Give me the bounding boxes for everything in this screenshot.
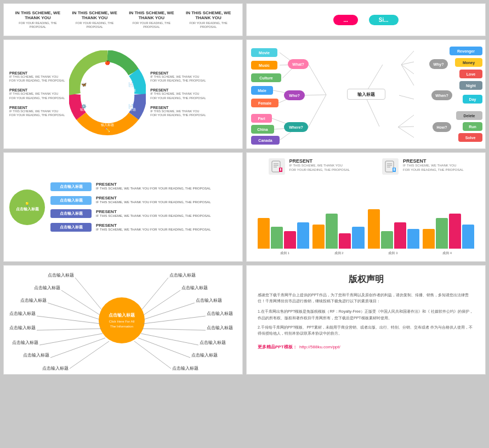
slide-2: ... Si... (246, 3, 486, 36)
slide-5: 💡点击输入标题 点击输入标题 PRESENT IF THIS SCHEME, W… (3, 152, 243, 262)
radial-svg: 点击输入标题 Click Here For All The Informatio… (4, 266, 242, 374)
copyright-title: 版权声明 (258, 274, 474, 285)
bar-3-4 (407, 229, 419, 249)
mm-when: When? (431, 90, 452, 100)
slide6-header: PRESENT IF THIS SCHEME, WE THANK YOUFOR … (252, 158, 480, 175)
slide-1-content: IN THIS SCHEME, WE THANK YOU FOR YOUR RE… (4, 4, 242, 36)
mm-china: China (251, 125, 274, 134)
svg-line-30 (401, 65, 414, 85)
green-circle: 💡点击输入标题 (9, 189, 45, 225)
present-text-1: PRESENT IF THIS SCHEME, WE THANK YOUFOR … (289, 158, 350, 173)
slide-8: 版权声明 感谢您下载千库网平台上提供的PPT作品，为了您和千库网以及原创作者的利… (246, 265, 486, 375)
list-pill-4: 点击输入标题 (50, 223, 92, 232)
label-present-6: PRESENT IF THIS SCHEME, WE THANK YOUFOR … (150, 106, 206, 117)
svg-text:点击输入标题: 点击输入标题 (200, 340, 226, 345)
svg-text:点击输入标题: 点击输入标题 (9, 311, 36, 316)
svg-text:点击输入标题: 点击输入标题 (207, 325, 233, 330)
list-row-3: 点击输入标题 PRESENT IF THIS SCHEME, WE THANK … (50, 209, 237, 219)
slide-2-content: ... Si... (247, 4, 485, 36)
list-pill-1: 点击输入标题 (50, 182, 92, 191)
svg-text:点击输入标题: 点击输入标题 (12, 340, 38, 345)
svg-line-23 (308, 95, 326, 128)
svg-text:点击输入标题: 点击输入标题 (20, 298, 47, 303)
present-block-2: PRESENT IF THIS SCHEME, WE THANK YOUFOR … (382, 158, 463, 175)
list-row-1: 点击输入标题 PRESENT IF THIS SCHEME, WE THANK … (50, 182, 237, 191)
list-pill-3: 点击输入标题 (50, 209, 92, 218)
bar-label-3: 成例 3 (366, 251, 420, 256)
mm-female: Female (251, 99, 278, 107)
copyright-item-2: 2.千传给千库网的PPT模板、PPT素材，未能用于商业营销、或者出版、出行、特别… (258, 324, 474, 336)
thank-title-1: IN THIS SCHEME, WE THANK YOU (13, 10, 62, 20)
svg-text:📄: 📄 (128, 82, 134, 87)
slide-7: 点击输入标题 Click Here For All The Informatio… (3, 265, 243, 375)
thank-block-2: IN THIS SCHEME, WE THANK YOU FOR YOUR RE… (70, 10, 120, 29)
svg-line-27 (401, 51, 414, 65)
slide-6-content: PRESENT IF THIS SCHEME, WE THANK YOUFOR … (247, 153, 485, 261)
thank-block-4: IN THIS SCHEME, WE THANK YOU FOR YOUR RE… (183, 10, 233, 29)
slide-1: IN THIS SCHEME, WE THANK YOU FOR YOUR RE… (3, 3, 243, 36)
svg-text:点击输入标题: 点击输入标题 (181, 285, 208, 290)
bar-1-4 (297, 222, 309, 249)
svg-text:点击输入标题: 点击输入标题 (172, 366, 198, 371)
svg-text:输入标题: 输入标题 (123, 89, 136, 92)
bar-4-2 (436, 218, 448, 249)
mm-night: Night (459, 81, 482, 90)
bar-2-1 (312, 225, 325, 249)
bar-2-3 (339, 233, 351, 249)
list-row-2: 点击输入标题 PRESENT IF THIS SCHEME, WE THANK … (50, 196, 237, 205)
bar-3-2 (381, 231, 393, 249)
mm-music: Music (251, 61, 277, 70)
svg-line-29 (401, 65, 414, 74)
svg-line-60 (70, 341, 109, 369)
thank-title-2: IN THIS SCHEME, WE THANK YOU (70, 10, 120, 20)
bar-1-3 (284, 231, 296, 249)
copyright-item-1: 1.在千库网出售的PPT模板是免版税模板（RF：Royalty-Free）正版受… (258, 308, 474, 320)
svg-text:点击输入标题: 点击输入标题 (169, 273, 196, 278)
slide-8-content: 版权声明 感谢您下载千库网平台上提供的PPT作品，为了您和千库网以及原创作者的利… (247, 266, 485, 374)
thank-block-3: IN THIS SCHEME, WE THANK YOU FOR YOUR RE… (127, 10, 177, 29)
thank-title-4: IN THIS SCHEME, WE THANK YOU (183, 10, 233, 20)
list-row-4: 点击输入标题 PRESENT IF THIS SCHEME, WE THANK … (50, 223, 237, 232)
doc-icon-2 (382, 158, 399, 175)
copyright-intro: 感谢您下载千库网平台上提供的PPT作品，为了您和千库网以及原创作者的利益，请勿复… (258, 292, 474, 304)
doc-icon-1 (269, 158, 285, 175)
label-present-3: PRESENT IF THIS SCHEME, WE THANK YOUFOR … (9, 106, 65, 117)
svg-text:输入标题: 输入标题 (80, 89, 93, 92)
circle-diagram: 🍎 📄 📄 ✏️ ⚙️ 🦋 输入标题 输入标题 输入标题 输入标题 输入标题 输… (69, 50, 146, 138)
label-present-2: PRESENT IF THIS SCHEME, WE THANK YOUFOR … (9, 88, 65, 100)
svg-text:Click Here For All: Click Here For All (109, 320, 134, 323)
mm-what: What? (288, 59, 309, 69)
svg-line-62 (144, 290, 180, 315)
mm-male: Male (251, 86, 273, 95)
mm-run: Run (463, 122, 482, 131)
bar-1-1 (258, 218, 270, 249)
list-items: 点击输入标题 PRESENT IF THIS SCHEME, WE THANK … (50, 182, 237, 232)
svg-line-22 (305, 95, 326, 95)
svg-text:点击输入标题: 点击输入标题 (34, 285, 60, 290)
svg-text:点击输入标题: 点击输入标题 (207, 311, 233, 316)
svg-text:输入标题: 输入标题 (101, 123, 114, 127)
svg-text:点击输入标题: 点击输入标题 (23, 353, 49, 358)
bar-group-1 (258, 218, 309, 249)
bar-chart (252, 179, 480, 249)
svg-line-31 (399, 95, 414, 99)
copyright-link-block: 更多精品PPT模板： http://588ku.com/ppt/ (258, 341, 474, 351)
svg-text:点击输入标题: 点击输入标题 (109, 313, 135, 318)
mm-pari: Pari (251, 114, 272, 123)
bar-4-1 (423, 229, 435, 249)
label-present-1: PRESENT IF THIS SCHEME, WE THANK YOUFOR … (9, 71, 65, 83)
svg-line-58 (39, 334, 103, 345)
svg-text:The Information: The Information (110, 325, 133, 328)
svg-line-63 (144, 303, 195, 319)
bar-1-2 (271, 227, 283, 249)
svg-line-32 (398, 115, 414, 127)
svg-line-67 (138, 338, 190, 358)
svg-text:输入标题: 输入标题 (123, 108, 136, 111)
svg-text:点击输入标题: 点击输入标题 (48, 273, 74, 278)
mm-money: Money (455, 58, 482, 67)
bar-3-1 (368, 209, 380, 249)
bar-label-4: 成例 4 (420, 251, 474, 256)
thank-block-1: IN THIS SCHEME, WE THANK YOU FOR YOUR RE… (13, 10, 62, 29)
svg-line-68 (134, 341, 171, 369)
label-present-5: PRESENT IF THIS SCHEME, WE THANK YOUFOR … (150, 88, 206, 100)
